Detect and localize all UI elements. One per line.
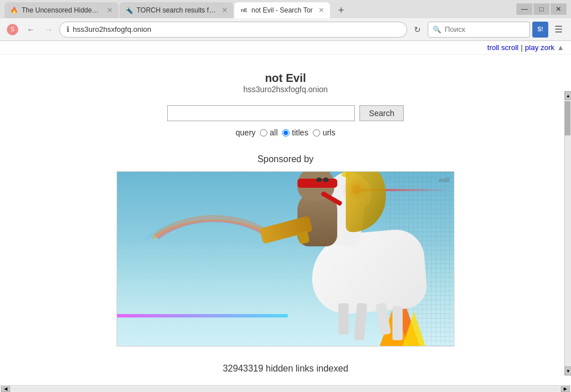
scroll-down-button[interactable]: ▼: [565, 366, 571, 376]
fire-shape-3: [403, 312, 425, 346]
address-bar[interactable]: ℹ hss3uro2hsxfogfq.onion: [59, 22, 407, 38]
top-links-separator: |: [521, 43, 523, 52]
scroll-up-button[interactable]: ▲: [565, 91, 571, 100]
page-content: not Evil hss3uro2hsxfogfq.onion Search q…: [0, 55, 571, 385]
browser-logo-icon: S: [7, 24, 18, 35]
scroll-track[interactable]: [565, 100, 571, 366]
search-form: Search: [167, 105, 404, 121]
image-scene: wall: [117, 172, 454, 346]
vertical-scrollbar[interactable]: ▲ ▼: [564, 91, 571, 376]
cat-eye-left: [316, 178, 322, 182]
search-button[interactable]: Search: [359, 105, 404, 121]
browser-menu-button[interactable]: ☰: [551, 22, 566, 38]
browser-logo: S: [5, 22, 20, 38]
sponsored-image: wall: [117, 171, 454, 346]
indexed-count: 32943319 hidden links indexed: [223, 364, 349, 374]
navigation-bar: S ← → ℹ hss3uro2hsxfogfq.onion ↻ 🔍 S! ☰: [0, 18, 571, 41]
search-options: query all titles urls: [235, 128, 335, 137]
extension-button[interactable]: S!: [532, 22, 548, 38]
play-zork-link[interactable]: play zork: [525, 43, 555, 52]
titles-option[interactable]: titles: [282, 128, 308, 137]
cat-ear-left: [304, 171, 317, 172]
sponsored-label: Sponsored by: [258, 154, 314, 164]
cat-ear-right: [318, 171, 332, 172]
site-title: not Evil: [265, 72, 306, 85]
horizontal-scrollbar[interactable]: ◀ ▶: [0, 385, 571, 392]
browser-search-icon: 🔍: [433, 26, 441, 34]
window-controls: — □ ✕: [516, 3, 566, 15]
laser-line-bottom: [117, 314, 288, 317]
tab-title-2: TORCH search results for: ...: [136, 6, 216, 14]
new-tab-button[interactable]: +: [333, 2, 349, 18]
tab-favicon-3: nE: [240, 6, 248, 14]
titles-radio[interactable]: [282, 129, 289, 137]
tab-close-3[interactable]: ✕: [318, 6, 324, 14]
search-input[interactable]: [167, 105, 355, 121]
info-icon[interactable]: ℹ: [67, 25, 69, 34]
hscroll-right-button[interactable]: ▶: [561, 386, 570, 392]
hscroll-track[interactable]: [11, 387, 560, 391]
address-text: hss3uro2hsxfogfq.onion: [73, 25, 400, 34]
browser-search-bar[interactable]: 🔍: [428, 22, 530, 38]
close-button[interactable]: ✕: [551, 3, 566, 15]
image-watermark: wall: [438, 176, 449, 183]
tab-title-3: not Evil - Search Tor: [251, 6, 313, 14]
urls-option[interactable]: urls: [313, 128, 336, 137]
tabs-container: 🔥 The Uncensored Hidden ... ✕ 🔦 TORCH se…: [5, 0, 512, 18]
tab-uncensored[interactable]: 🔥 The Uncensored Hidden ... ✕: [5, 2, 118, 18]
troll-scroll-link[interactable]: troll scroll: [487, 43, 519, 52]
query-label: query: [235, 128, 255, 137]
scroll-indicator-top: ▲: [557, 43, 564, 52]
tab-close-1[interactable]: ✕: [107, 6, 113, 14]
title-bar: 🔥 The Uncensored Hidden ... ✕ 🔦 TORCH se…: [0, 0, 571, 18]
hscroll-left-button[interactable]: ◀: [1, 386, 10, 392]
minimize-button[interactable]: —: [516, 3, 532, 15]
back-button[interactable]: ←: [23, 22, 39, 38]
maximize-button[interactable]: □: [533, 3, 549, 15]
all-radio[interactable]: [260, 129, 267, 137]
tab-favicon-1: 🔥: [10, 6, 18, 14]
refresh-button[interactable]: ↻: [409, 22, 425, 38]
unicorn-leg-4: [338, 303, 349, 335]
all-option[interactable]: all: [260, 128, 278, 137]
browser-search-input[interactable]: [445, 25, 513, 34]
scroll-thumb[interactable]: [565, 101, 570, 135]
tab-title-1: The Uncensored Hidden ...: [22, 6, 101, 14]
urls-radio[interactable]: [313, 129, 320, 137]
cat-eye-right: [323, 178, 329, 182]
tab-favicon-2: 🔦: [125, 6, 133, 14]
site-url: hss3uro2hsxfogfq.onion: [243, 85, 328, 94]
top-links-bar: troll scroll | play zork ▲: [0, 41, 571, 55]
forward-button[interactable]: →: [41, 22, 57, 38]
unicorn-mane: [346, 171, 386, 232]
tab-torch[interactable]: 🔦 TORCH search results for: ... ✕: [119, 2, 233, 18]
tab-close-2[interactable]: ✕: [222, 6, 227, 14]
tab-notevil[interactable]: nE not Evil - Search Tor ✕: [234, 2, 330, 18]
unicorn-leg-1: [392, 306, 403, 340]
browser-window: 🔥 The Uncensored Hidden ... ✕ 🔦 TORCH se…: [0, 0, 571, 392]
